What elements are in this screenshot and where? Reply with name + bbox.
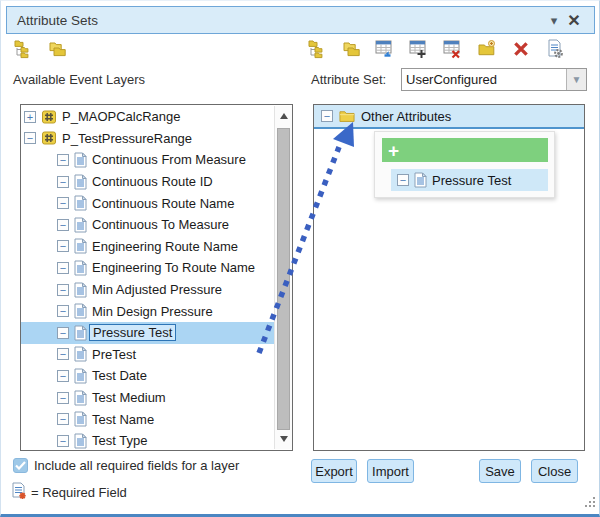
folder-icon — [339, 108, 355, 124]
tree-item-label: Engineering Route Name — [92, 239, 238, 254]
tree-item-label: Test Type — [92, 433, 147, 448]
attribute-icon — [74, 217, 87, 233]
expander-minus-icon[interactable]: − — [57, 370, 69, 382]
attribute-set-value: UserConfigured — [402, 69, 566, 90]
tree-item-label: Test Name — [92, 412, 154, 427]
include-required-fields-checkbox[interactable] — [13, 458, 28, 473]
tree-item-p-testpressurerange[interactable]: − P_TestPressureRange — [21, 128, 274, 150]
expander-minus-icon[interactable]: − — [57, 413, 69, 425]
expander-minus-icon[interactable]: − — [57, 284, 69, 296]
check-icon — [15, 461, 26, 470]
toolbar-left — [13, 38, 67, 60]
tree-item-continuous-route-id[interactable]: − Continuous Route ID — [21, 171, 274, 193]
expander-minus-icon[interactable]: − — [321, 110, 333, 122]
expander-minus-icon[interactable]: − — [57, 327, 69, 339]
expander-minus-icon[interactable]: − — [24, 132, 36, 144]
attribute-icon — [74, 195, 87, 211]
tree-item-label: Continuous Route Name — [92, 196, 234, 211]
collapse-icon[interactable]: ▾ — [544, 10, 564, 30]
attribute-icon — [74, 433, 87, 449]
dialog-titlebar[interactable]: Attribute Sets ▾ ✕ — [6, 6, 595, 34]
vertical-scrollbar[interactable] — [274, 106, 292, 449]
available-event-layers-heading: Available Event Layers — [13, 72, 145, 87]
scroll-up-icon[interactable] — [275, 108, 292, 124]
tree-item-min-adjusted-pressure[interactable]: − Min Adjusted Pressure — [21, 279, 274, 301]
scroll-down-icon[interactable] — [275, 431, 292, 447]
expander-plus-icon[interactable]: + — [24, 111, 36, 123]
expander-minus-icon[interactable]: − — [57, 348, 69, 360]
table-add-icon[interactable] — [409, 38, 429, 60]
tree-item-engineering-to-route-name[interactable]: − Engineering To Route Name — [21, 257, 274, 279]
close-button[interactable]: Close — [531, 459, 578, 483]
import-button[interactable]: Import — [367, 459, 414, 483]
open-folders-icon[interactable] — [341, 38, 361, 60]
attribute-set-dropdown[interactable]: UserConfigured ▼ — [401, 68, 587, 91]
tree-item-label: P_MAOPCalcRange — [62, 109, 181, 124]
event-layer-icon — [41, 109, 57, 125]
attribute-icon — [74, 325, 87, 341]
other-attributes-row[interactable]: − Other Attributes — [314, 105, 584, 129]
export-button[interactable]: Export — [311, 459, 357, 483]
expander-minus-icon[interactable]: − — [57, 240, 69, 252]
expander-minus-icon[interactable]: − — [57, 197, 69, 209]
available-event-layers-panel: + P_MAOPCalcRange− P_TestPressureRange− … — [20, 104, 293, 451]
tree-item-label: Continuous To Measure — [92, 217, 229, 232]
tree-item-pressure-test[interactable]: − Pressure Test — [21, 322, 274, 344]
tree-item-label: Test Date — [92, 368, 147, 383]
folder-new-icon[interactable] — [477, 38, 497, 60]
expander-minus-icon[interactable]: − — [57, 305, 69, 317]
file-gear-icon[interactable] — [545, 38, 565, 60]
tree-item-min-design-pressure[interactable]: − Min Design Pressure — [21, 300, 274, 322]
tree-item-label: Continuous Route ID — [92, 174, 213, 189]
attribute-set-tree-icon[interactable] — [307, 38, 327, 60]
tree-item-label: Pressure Test — [89, 324, 176, 341]
tree-item-label: Min Design Pressure — [92, 304, 213, 319]
chevron-down-icon[interactable]: ▼ — [566, 69, 586, 90]
attribute-icon — [74, 174, 87, 190]
attribute-icon — [74, 152, 87, 168]
attribute-icon — [74, 346, 87, 362]
table-delete-icon[interactable] — [443, 38, 463, 60]
tree-item-test-medium[interactable]: − Test Medium — [21, 387, 274, 409]
tree-item-label: Min Adjusted Pressure — [92, 282, 222, 297]
event-layer-icon — [41, 130, 57, 146]
dialog-title: Attribute Sets — [17, 13, 544, 28]
expander-minus-icon[interactable]: − — [57, 154, 69, 166]
table-forward-icon[interactable] — [375, 38, 395, 60]
attribute-icon — [74, 238, 87, 254]
close-icon[interactable]: ✕ — [564, 10, 584, 30]
expander-minus-icon[interactable]: − — [57, 392, 69, 404]
expander-minus-icon[interactable]: − — [57, 219, 69, 231]
attribute-icon — [74, 260, 87, 276]
delete-x-icon[interactable] — [511, 38, 531, 60]
tree-item-test-name[interactable]: − Test Name — [21, 408, 274, 430]
tree-item-continuous-route-name[interactable]: − Continuous Route Name — [21, 192, 274, 214]
expander-minus-icon[interactable]: − — [57, 435, 69, 447]
expander-minus-icon[interactable]: − — [57, 262, 69, 274]
open-folders-icon[interactable] — [47, 38, 67, 60]
other-attributes-label: Other Attributes — [361, 109, 451, 124]
attribute-set-label: Attribute Set: — [311, 72, 386, 87]
tree-item-test-date[interactable]: − Test Date — [21, 365, 274, 387]
tree-item-label: Engineering To Route Name — [92, 260, 255, 275]
attribute-set-tree-icon[interactable] — [13, 38, 33, 60]
tree-item-pretest[interactable]: − PreTest — [21, 344, 274, 366]
resize-grip[interactable] — [584, 494, 596, 512]
include-required-fields-label: Include all required fields for a layer — [34, 458, 239, 473]
drag-ghost-label: Pressure Test — [432, 173, 511, 188]
scrollbar-thumb[interactable] — [277, 128, 290, 430]
tree-item-test-type[interactable]: − Test Type — [21, 430, 274, 450]
tree-item-engineering-route-name[interactable]: − Engineering Route Name — [21, 236, 274, 258]
attribute-icon — [74, 368, 87, 384]
plus-icon: + — [388, 141, 399, 160]
attribute-icon — [74, 390, 87, 406]
tree-item-continuous-from-measure[interactable]: − Continuous From Measure — [21, 149, 274, 171]
toolbar-right — [307, 38, 565, 60]
tree-item-label: Continuous From Measure — [92, 152, 246, 167]
tree-item-continuous-to-measure[interactable]: − Continuous To Measure — [21, 214, 274, 236]
expander-minus-icon[interactable]: − — [57, 176, 69, 188]
save-button[interactable]: Save — [479, 459, 521, 483]
tree-item-p-maopcalcrange[interactable]: + P_MAOPCalcRange — [21, 106, 274, 128]
drag-ghost: + − Pressure Test — [374, 131, 555, 198]
tree-item-label: Test Medium — [92, 390, 166, 405]
